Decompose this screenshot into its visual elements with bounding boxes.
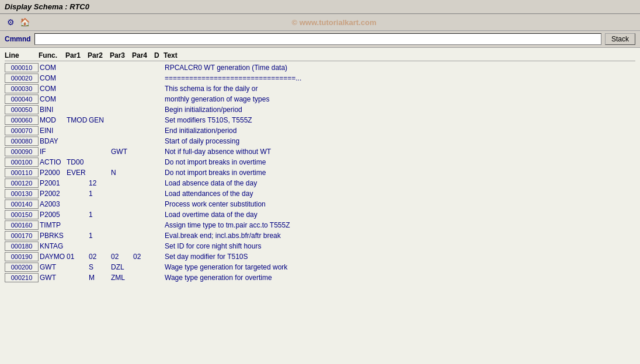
home-icon[interactable]: 🏠 — [19, 16, 30, 28]
par1-cell: TD00 — [65, 158, 88, 166]
command-input[interactable] — [34, 33, 601, 45]
func-cell: P2000 — [39, 169, 65, 177]
func-cell: COM — [39, 85, 65, 93]
table-row[interactable]: 000060MODTMODGENSet modifiers T510S, T55… — [5, 115, 635, 125]
table-row[interactable]: 000160TIMTPAssign time type to tm.pair a… — [5, 220, 635, 230]
table-row[interactable]: 000150P20051Load overtime data of the da… — [5, 209, 635, 220]
line-cell: 000030 — [5, 84, 39, 93]
func-cell: MOD — [39, 116, 65, 124]
text-cell: ================================... — [164, 74, 635, 82]
par4-cell: 02 — [132, 253, 154, 261]
line-cell: 000210 — [5, 273, 39, 282]
header-par2: Par2 — [88, 51, 110, 60]
table-row[interactable]: 000070EINIEnd initialization/period — [5, 125, 635, 136]
text-cell: Set day modifier for T510S — [164, 253, 635, 261]
text-cell: Process work center substitution — [164, 200, 635, 208]
func-cell: PBRKS — [39, 232, 65, 240]
header-func: Func. — [39, 51, 65, 60]
func-cell: KNTAG — [39, 242, 65, 250]
header-text: Text — [164, 51, 635, 60]
func-cell: COM — [39, 64, 65, 72]
func-cell: BINI — [39, 106, 65, 114]
text-cell: Begin initialization/period — [164, 106, 635, 114]
table-row[interactable]: 000100ACTIOTD00Do not import breaks in o… — [5, 157, 635, 167]
table-row[interactable]: 000210GWTMZMLWage type generation for ov… — [5, 272, 635, 283]
table-body: 000010COMRPCALCR0 WT generation (Time da… — [5, 62, 635, 283]
text-cell: Start of daily processing — [164, 137, 635, 145]
func-cell: IF — [39, 148, 65, 156]
par2-cell: M — [88, 274, 110, 282]
command-bar: Cmmnd Stack — [0, 31, 640, 48]
table-row[interactable]: 000170PBRKS1Eval.break end; incl.abs.bfr… — [5, 230, 635, 241]
line-cell: 000060 — [5, 116, 39, 125]
line-cell: 000010 — [5, 63, 39, 72]
content-area: Line Func. Par1 Par2 Par3 Par4 D Text 00… — [0, 48, 640, 348]
func-cell: A2003 — [39, 200, 65, 208]
settings-icon[interactable]: ⚙ — [5, 16, 16, 28]
par2-cell: GEN — [88, 116, 110, 124]
func-cell: GWT — [39, 274, 65, 282]
par2-cell: 1 — [88, 211, 110, 219]
table-row[interactable]: 000030COMThis schema is for the daily or — [5, 83, 635, 94]
table-row[interactable]: 000180KNTAGSet ID for core night shift h… — [5, 241, 635, 251]
text-cell: Wage type generation for overtime — [164, 274, 635, 282]
table-row[interactable]: 000140A2003Process work center substitut… — [5, 199, 635, 209]
table-row[interactable]: 000050BINIBegin initialization/period — [5, 104, 635, 115]
text-cell: monthly generation of wage types — [164, 95, 635, 103]
table-row[interactable]: 000010COMRPCALCR0 WT generation (Time da… — [5, 62, 635, 73]
func-cell: P2001 — [39, 179, 65, 187]
par2-cell: 1 — [88, 232, 110, 240]
line-cell: 000160 — [5, 220, 39, 230]
text-cell: Set ID for core night shift hours — [164, 242, 635, 250]
par2-cell: 1 — [88, 190, 110, 198]
line-cell: 000150 — [5, 210, 39, 219]
text-cell: Set modifiers T510S, T555Z — [164, 116, 635, 124]
stack-button[interactable]: Stack — [605, 33, 635, 45]
text-cell: Do not import breaks in overtime — [164, 169, 635, 177]
line-cell: 000070 — [5, 126, 39, 135]
table-row[interactable]: 000120P200112Load absence data of the da… — [5, 178, 635, 188]
line-cell: 000050 — [5, 105, 39, 114]
table-row[interactable]: 000040COMmonthly generation of wage type… — [5, 94, 635, 104]
func-cell: DAYMO — [39, 253, 65, 261]
text-cell: Wage type generation for targeted work — [164, 263, 635, 271]
line-cell: 000080 — [5, 136, 39, 146]
text-cell: This schema is for the daily or — [164, 85, 635, 93]
text-cell: Load overtime data of the day — [164, 211, 635, 219]
table-row[interactable]: 000190DAYMO01020202Set day modifier for … — [5, 251, 635, 262]
line-cell: 000100 — [5, 158, 39, 167]
par3-cell: GWT — [110, 148, 132, 156]
par1-cell: 01 — [65, 253, 88, 261]
table-row[interactable]: 000080BDAYStart of daily processing — [5, 136, 635, 146]
text-cell: Load absence data of the day — [164, 179, 635, 187]
par2-cell: 02 — [88, 253, 110, 261]
par3-cell: DZL — [110, 263, 132, 271]
table-row[interactable]: 000200GWTSDZLWage type generation for ta… — [5, 262, 635, 272]
line-cell: 000110 — [5, 168, 39, 177]
table-row[interactable]: 000130P20021Load attendances of the day — [5, 188, 635, 199]
line-cell: 000190 — [5, 252, 39, 261]
table-row[interactable]: 000020COM===============================… — [5, 73, 635, 83]
watermark-text: © www.tutorialkart.com — [33, 18, 635, 27]
func-cell: P2005 — [39, 211, 65, 219]
func-cell: P2002 — [39, 190, 65, 198]
text-cell: RPCALCR0 WT generation (Time data) — [164, 64, 635, 72]
text-cell: Do not import breaks in overtime — [164, 158, 635, 166]
text-cell: Assign time type to tm.pair acc.to T555Z — [164, 221, 635, 229]
table-header: Line Func. Par1 Par2 Par3 Par4 D Text — [5, 50, 635, 61]
table-row[interactable]: 000110P2000EVERNDo not import breaks in … — [5, 167, 635, 178]
toolbar: ⚙ 🏠 © www.tutorialkart.com — [0, 14, 640, 31]
text-cell: Load attendances of the day — [164, 190, 635, 198]
line-cell: 000120 — [5, 178, 39, 188]
table-row[interactable]: 000090IFGWTNot if full-day absence witho… — [5, 146, 635, 157]
line-cell: 000130 — [5, 189, 39, 198]
header-line: Line — [5, 51, 39, 60]
title-text: Display Schema : RTC0 — [5, 2, 89, 11]
line-cell: 000090 — [5, 147, 39, 156]
line-cell: 000180 — [5, 242, 39, 251]
text-cell: Eval.break end; incl.abs.bfr/aftr break — [164, 232, 635, 240]
par3-cell: N — [110, 169, 132, 177]
header-par1: Par1 — [65, 51, 88, 60]
line-cell: 000040 — [5, 94, 39, 104]
func-cell: COM — [39, 95, 65, 103]
